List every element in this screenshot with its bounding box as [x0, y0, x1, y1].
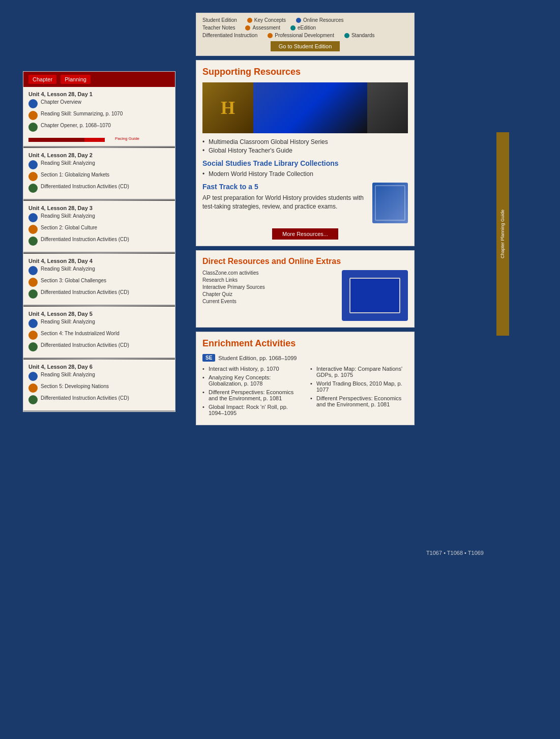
- enrich-item-5: Interactive Map: Compare Nations' GDPs, …: [310, 366, 408, 378]
- lesson-number-3: Unit 4, Lesson 28, Day 3: [28, 205, 170, 211]
- icon-di: [28, 289, 38, 299]
- sidebar-item: Reading Skill: Analyzing: [28, 213, 170, 222]
- online-item-3: Interactive Primary Sources: [202, 284, 337, 290]
- item-text: Section 5: Developing Nations: [41, 383, 109, 390]
- fast-track-text: Fast Track to a 5 AP test preparation fo…: [202, 183, 367, 223]
- sidebar-item: Differentiated Instruction Activities (C…: [28, 342, 170, 351]
- sidebar-item: Section 5: Developing Nations: [28, 383, 170, 393]
- enrichment-title: Enrichment Activities: [202, 338, 408, 349]
- icon-book: [28, 372, 38, 381]
- trade-library-section: Social Studies Trade Library Collections…: [202, 159, 408, 178]
- sidebar-section-3: Unit 4, Lesson 28, Day 3 Reading Skill: …: [23, 201, 175, 253]
- se-row: SE Student Edition, pp. 1068–1099: [202, 354, 408, 362]
- dot-icon: [290, 25, 296, 31]
- enrich-item-6: World Trading Blocs, 2010 Map, p. 1077: [310, 380, 408, 393]
- nav-item-concepts[interactable]: Key Concepts: [247, 17, 286, 23]
- enrichment-col-2: Interactive Map: Compare Nations' GDPs, …: [310, 366, 408, 419]
- nav-item-label: Key Concepts: [254, 17, 286, 23]
- enrich-item-4: Global Impact: Rock 'n' Roll, pp. 1094–1…: [202, 404, 300, 416]
- item-text: Section 1: Globalizing Markets: [41, 171, 109, 178]
- nav-item-assessment[interactable]: Assessment: [245, 25, 280, 31]
- go-to-student-edition-button[interactable]: Go to Student Edition: [271, 41, 340, 51]
- sidebar-item: Chapter Opener, p. 1068–1070: [28, 122, 170, 132]
- nav-row-3: Differentiated Instruction Professional …: [202, 33, 408, 38]
- online-item-4: Chapter Quiz: [202, 291, 337, 297]
- nav-item-eedition[interactable]: eEdition: [290, 25, 316, 31]
- enrichment-columns: Interact with History, p. 1070 Analyzing…: [202, 366, 408, 419]
- monitor-screen: [349, 278, 400, 313]
- nav-item-label: Student Edition: [202, 17, 237, 23]
- dot-icon: [296, 18, 301, 23]
- nav-item-label: Professional Development: [275, 33, 334, 38]
- item-text: Reading Skill: Analyzing: [41, 213, 95, 219]
- more-resources-button[interactable]: More Resources...: [272, 228, 338, 240]
- trade-library-list: Modern World History Trade Collection: [202, 170, 408, 178]
- sidebar-tab-planning[interactable]: Planning: [61, 75, 91, 84]
- icon-book: [28, 319, 38, 328]
- right-bar-label: Chapter Planning Guide: [500, 210, 506, 258]
- sidebar-tab[interactable]: Chapter: [28, 75, 56, 84]
- icon-section: [28, 172, 38, 181]
- icon-di: [28, 395, 38, 404]
- nav-item-standards[interactable]: Standards: [344, 33, 375, 38]
- icon-book: [28, 266, 38, 275]
- enrichment-col-1: Interact with History, p. 1070 Analyzing…: [202, 366, 300, 419]
- se-label: Student Edition, pp. 1068–1099: [218, 355, 297, 361]
- icon-di: [28, 184, 38, 193]
- lesson-number-6: Unit 4, Lesson 28, Day 6: [28, 364, 170, 370]
- online-item-1: ClassZone.com activities: [202, 270, 337, 276]
- lesson-number-4: Unit 4, Lesson 28, Day 4: [28, 258, 170, 264]
- dot-icon: [344, 33, 349, 38]
- nav-item-profdev[interactable]: Professional Development: [268, 33, 334, 38]
- lesson-number-1: Unit 4, Lesson 28, Day 1: [28, 91, 170, 97]
- supporting-resources-section: Supporting Resources H Multimedia Classr…: [196, 60, 415, 246]
- dot-icon: [245, 25, 250, 31]
- multimedia-item-2: Global History Teacher's Guide: [202, 147, 408, 154]
- item-text: Differentiated Instruction Activities (C…: [41, 395, 129, 401]
- top-nav: Student Edition Key Concepts Online Reso…: [196, 13, 415, 56]
- enrichment-section: Enrichment Activities SE Student Edition…: [196, 332, 415, 425]
- nav-item-teacher[interactable]: Teacher Notes: [202, 25, 235, 31]
- sidebar-item: Chapter Overview: [28, 99, 170, 108]
- sidebar-item: Differentiated Instruction Activities (C…: [28, 183, 170, 193]
- main-content: Student Edition Key Concepts Online Reso…: [196, 13, 415, 425]
- sidebar-item: Differentiated Instruction Activities (C…: [28, 395, 170, 404]
- nav-item-label: eEdition: [298, 25, 316, 31]
- item-text: Reading Skill: Summarizing, p. 1070: [41, 110, 123, 117]
- trade-library-title: Social Studies Trade Library Collections: [202, 159, 408, 167]
- sidebar-section-2: Unit 4, Lesson 28, Day 2 Reading Skill: …: [23, 148, 175, 200]
- sidebar-section-6: Unit 4, Lesson 28, Day 6 Reading Skill: …: [23, 360, 175, 411]
- sidebar-item: Differentiated Instruction Activities (C…: [28, 289, 170, 299]
- icon-book: [28, 99, 38, 108]
- item-text: Reading Skill: Analyzing: [41, 160, 95, 166]
- enrich-item-1: Interact with History, p. 1070: [202, 366, 300, 372]
- nav-item-diff[interactable]: Differentiated Instruction: [202, 33, 257, 38]
- supporting-resources-title: Supporting Resources: [202, 67, 408, 77]
- nav-item-online[interactable]: Online Resources: [296, 17, 343, 23]
- nav-row-1: Student Edition Key Concepts Online Reso…: [202, 17, 408, 23]
- multimedia-item-1: Multimedia Classroom Global History Seri…: [202, 138, 408, 145]
- item-text: Chapter Overview: [41, 99, 81, 105]
- fast-track-book-image: [372, 183, 408, 223]
- nav-item-student[interactable]: Student Edition: [202, 17, 237, 23]
- dot-icon: [247, 18, 252, 23]
- enrich-item-2: Analyzing Key Concepts: Globalization, p…: [202, 374, 300, 387]
- nav-item-label: Differentiated Instruction: [202, 33, 257, 38]
- item-text: Differentiated Instruction Activities (C…: [41, 183, 129, 190]
- item-text: Section 4: The Industrialized World: [41, 330, 120, 337]
- online-content: ClassZone.com activities Research Links …: [202, 270, 408, 321]
- sidebar-item: Reading Skill: Analyzing: [28, 265, 170, 275]
- item-text: Chapter Opener, p. 1068–1070: [41, 122, 111, 129]
- icon-di: [28, 237, 38, 246]
- trade-item-1: Modern World History Trade Collection: [202, 170, 408, 178]
- sidebar-item: Reading Skill: Analyzing: [28, 160, 170, 169]
- online-item-2: Research Links: [202, 277, 337, 283]
- sidebar-item: Section 1: Globalizing Markets: [28, 171, 170, 181]
- sidebar-item: Differentiated Instruction Activities (C…: [28, 236, 170, 246]
- progress-bar: [28, 138, 90, 142]
- media-strip: H: [202, 82, 408, 133]
- sidebar-item: Section 2: Global Culture: [28, 224, 170, 234]
- nav-row-2: Teacher Notes Assessment eEdition: [202, 25, 408, 31]
- online-text-list: ClassZone.com activities Research Links …: [202, 270, 337, 321]
- dot-icon: [268, 33, 273, 38]
